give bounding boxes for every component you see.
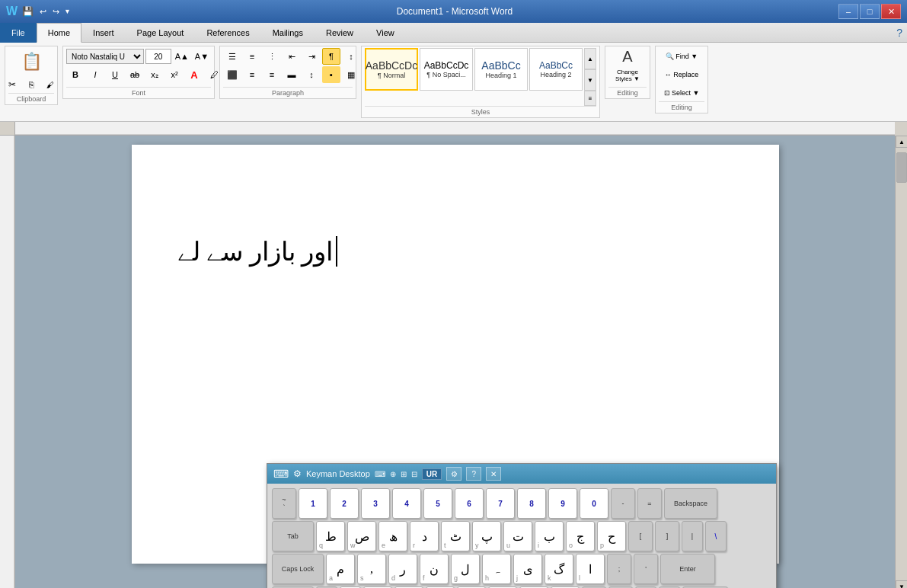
bullets-button[interactable]: ☰: [223, 48, 241, 65]
style-heading1[interactable]: AaBbCc Heading 1: [474, 48, 528, 91]
key-t[interactable]: ٹ t: [441, 521, 470, 551]
keyman-icon2[interactable]: ⊕: [390, 470, 396, 478]
key-8[interactable]: 8: [517, 488, 546, 519]
help-icon[interactable]: ?: [896, 27, 902, 39]
borders-button[interactable]: ▦: [342, 66, 360, 83]
change-styles-button[interactable]: Change Styles ▼: [607, 67, 649, 84]
key-backslash1[interactable]: |: [682, 521, 703, 551]
italic-button[interactable]: I: [86, 66, 104, 83]
shading-button[interactable]: ▪: [322, 66, 340, 83]
maximize-button[interactable]: □: [860, 4, 880, 19]
key-d[interactable]: ر d: [388, 554, 417, 584]
key-o[interactable]: ج o: [566, 521, 595, 551]
scroll-up-arrow[interactable]: ▲: [896, 136, 907, 148]
align-left-button[interactable]: ⬛: [223, 66, 241, 83]
key-enter[interactable]: Enter: [660, 554, 715, 584]
key-4[interactable]: 4: [392, 488, 421, 519]
multilevel-button[interactable]: ⋮: [263, 48, 281, 65]
key-q[interactable]: ط q: [316, 521, 345, 551]
quick-access-save[interactable]: 💾: [21, 6, 35, 17]
tab-view[interactable]: View: [365, 23, 406, 43]
line-spacing-button[interactable]: ↕: [302, 66, 321, 83]
styles-scroll-up[interactable]: ▲: [584, 48, 596, 69]
key-g[interactable]: ل g: [451, 554, 480, 584]
key-r[interactable]: د r: [410, 521, 439, 551]
key-h[interactable]: ہ h: [482, 554, 511, 584]
key-minus[interactable]: -: [611, 488, 635, 519]
tab-file[interactable]: File: [0, 23, 37, 43]
styles-expand[interactable]: ≡: [584, 91, 596, 106]
language-badge[interactable]: UR: [422, 468, 442, 480]
key-backslash2[interactable]: \: [705, 521, 727, 551]
key-i[interactable]: ب i: [535, 521, 564, 551]
key-quote[interactable]: ': [634, 554, 658, 584]
keyman-help-btn[interactable]: ?: [466, 467, 481, 481]
copy-button[interactable]: ⎘: [22, 76, 40, 93]
strikethrough-button[interactable]: ab: [126, 66, 144, 83]
tab-home[interactable]: Home: [37, 23, 81, 43]
superscript-button[interactable]: x²: [165, 66, 184, 83]
subscript-button[interactable]: x₂: [145, 66, 164, 83]
key-u[interactable]: ت u: [503, 521, 532, 551]
increase-font-button[interactable]: A▲: [173, 48, 191, 65]
bold-button[interactable]: B: [66, 66, 85, 83]
key-1[interactable]: 1: [299, 488, 327, 519]
tab-review[interactable]: Review: [315, 23, 365, 43]
key-k[interactable]: گ k: [545, 554, 573, 584]
style-heading2[interactable]: AaBbCc Heading 2: [529, 48, 583, 91]
quick-access-redo[interactable]: ↪: [51, 7, 61, 17]
font-color-button[interactable]: A: [185, 66, 203, 83]
styles-scroll-down[interactable]: ▼: [584, 69, 596, 91]
key-3[interactable]: 3: [361, 488, 390, 519]
key-y[interactable]: پ y: [472, 521, 501, 551]
decrease-indent-button[interactable]: ⇤: [283, 48, 301, 65]
font-name-select[interactable]: Noto Nastaliq U: [66, 49, 144, 64]
key-backtick[interactable]: ~ `: [272, 488, 296, 519]
key-equals[interactable]: =: [637, 488, 662, 519]
document-scroll-area[interactable]: اور بازار سے لے ⌨ ⚙ Keyman Desktop ⌨ ⊕ ⊞…: [15, 136, 895, 588]
key-6[interactable]: 6: [455, 488, 484, 519]
paste-button[interactable]: 📋: [16, 48, 46, 75]
key-j[interactable]: ی j: [513, 554, 542, 584]
key-2[interactable]: 2: [330, 488, 359, 519]
style-no-spacing[interactable]: AaBbCcDc ¶ No Spaci...: [420, 48, 473, 91]
key-5[interactable]: 5: [423, 488, 452, 519]
align-center-button[interactable]: ≡: [243, 66, 261, 83]
scroll-thumb[interactable]: [896, 152, 907, 183]
key-7[interactable]: 7: [486, 488, 515, 519]
tab-references[interactable]: References: [195, 23, 260, 43]
scroll-down-arrow[interactable]: ▼: [896, 580, 907, 588]
key-e[interactable]: ھ e: [378, 521, 407, 551]
tab-mailings[interactable]: Mailings: [261, 23, 315, 43]
key-backspace[interactable]: Backspace: [664, 488, 717, 519]
keyman-close-btn[interactable]: ✕: [486, 467, 501, 481]
key-9[interactable]: 9: [548, 488, 577, 519]
key-w[interactable]: ص w: [347, 521, 376, 551]
keyman-icon1[interactable]: ⌨: [375, 470, 385, 478]
key-a[interactable]: م a: [326, 554, 355, 584]
minimize-button[interactable]: –: [838, 4, 858, 19]
close-button[interactable]: ✕: [881, 4, 901, 19]
document-text-area[interactable]: اور بازار سے لے: [177, 236, 703, 267]
key-p[interactable]: ح p: [597, 521, 626, 551]
key-s[interactable]: , s: [357, 554, 386, 584]
select-button[interactable]: ⊡ Select ▼: [659, 85, 704, 101]
key-rbracket[interactable]: ]: [655, 521, 679, 551]
decrease-font-button[interactable]: A▼: [193, 48, 211, 65]
quick-access-undo[interactable]: ↩: [38, 7, 48, 17]
key-lbracket[interactable]: [: [628, 521, 653, 551]
vertical-scrollbar[interactable]: ▲ ▼: [895, 136, 907, 588]
style-normal[interactable]: AaBbCcDc ¶ Normal: [365, 48, 418, 91]
tab-insert[interactable]: Insert: [81, 23, 126, 43]
key-f[interactable]: ن f: [420, 554, 449, 584]
format-painter[interactable]: 🖌: [41, 76, 59, 93]
sort-button[interactable]: ↕: [342, 48, 360, 65]
justify-button[interactable]: ▬: [283, 66, 301, 83]
key-tab[interactable]: Tab: [272, 521, 314, 551]
quick-access-more[interactable]: ▼: [64, 8, 71, 15]
key-l[interactable]: ا l: [576, 554, 605, 584]
find-button[interactable]: 🔍 Find ▼: [659, 48, 704, 65]
key-0[interactable]: 0: [580, 488, 608, 519]
tab-page-layout[interactable]: Page Layout: [126, 23, 196, 43]
underline-button[interactable]: U: [106, 66, 124, 83]
